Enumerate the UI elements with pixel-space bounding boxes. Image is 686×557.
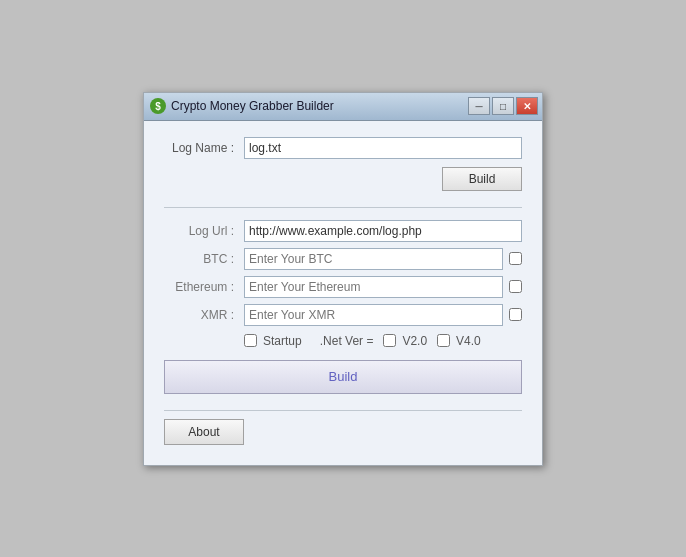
ethereum-label: Ethereum :: [164, 280, 244, 294]
xmr-input[interactable]: [244, 304, 503, 326]
net-ver-label: .Net Ver =: [320, 334, 374, 348]
log-name-input[interactable]: [244, 137, 522, 159]
xmr-label: XMR :: [164, 308, 244, 322]
startup-label: Startup: [263, 334, 302, 348]
minimize-button[interactable]: ─: [468, 97, 490, 115]
title-bar-left: $ Crypto Money Grabber Builder: [150, 98, 334, 114]
btc-row: BTC :: [164, 248, 522, 270]
app-icon: $: [150, 98, 166, 114]
v40-label: V4.0: [456, 334, 481, 348]
ethereum-row: Ethereum :: [164, 276, 522, 298]
maximize-button[interactable]: □: [492, 97, 514, 115]
btc-checkbox-wrapper: [509, 252, 522, 265]
btc-checkbox[interactable]: [509, 252, 522, 265]
divider: [164, 207, 522, 208]
window-content: Log Name : Build Log Url : BTC : Ethereu…: [144, 121, 542, 465]
about-button[interactable]: About: [164, 419, 244, 445]
xmr-checkbox-wrapper: [509, 308, 522, 321]
log-name-label: Log Name :: [164, 141, 244, 155]
build-top-button[interactable]: Build: [442, 167, 522, 191]
v20-label: V2.0: [402, 334, 427, 348]
title-bar: $ Crypto Money Grabber Builder ─ □ ✕: [144, 93, 542, 121]
main-window: $ Crypto Money Grabber Builder ─ □ ✕ Log…: [143, 92, 543, 466]
v40-checkbox[interactable]: [437, 334, 450, 347]
btc-input[interactable]: [244, 248, 503, 270]
options-row: Startup .Net Ver = V2.0 V4.0: [244, 334, 522, 348]
close-button[interactable]: ✕: [516, 97, 538, 115]
ethereum-checkbox[interactable]: [509, 280, 522, 293]
about-section: About: [164, 410, 522, 445]
title-buttons: ─ □ ✕: [468, 97, 538, 115]
ethereum-checkbox-wrapper: [509, 280, 522, 293]
build-top-row: Build: [164, 167, 522, 191]
xmr-checkbox[interactable]: [509, 308, 522, 321]
ethereum-input[interactable]: [244, 276, 503, 298]
btc-label: BTC :: [164, 252, 244, 266]
build-main-button[interactable]: Build: [164, 360, 522, 394]
startup-checkbox[interactable]: [244, 334, 257, 347]
log-name-row: Log Name :: [164, 137, 522, 159]
log-url-label: Log Url :: [164, 224, 244, 238]
xmr-row: XMR :: [164, 304, 522, 326]
window-title: Crypto Money Grabber Builder: [171, 99, 334, 113]
log-url-input[interactable]: [244, 220, 522, 242]
v20-checkbox[interactable]: [383, 334, 396, 347]
log-url-row: Log Url :: [164, 220, 522, 242]
